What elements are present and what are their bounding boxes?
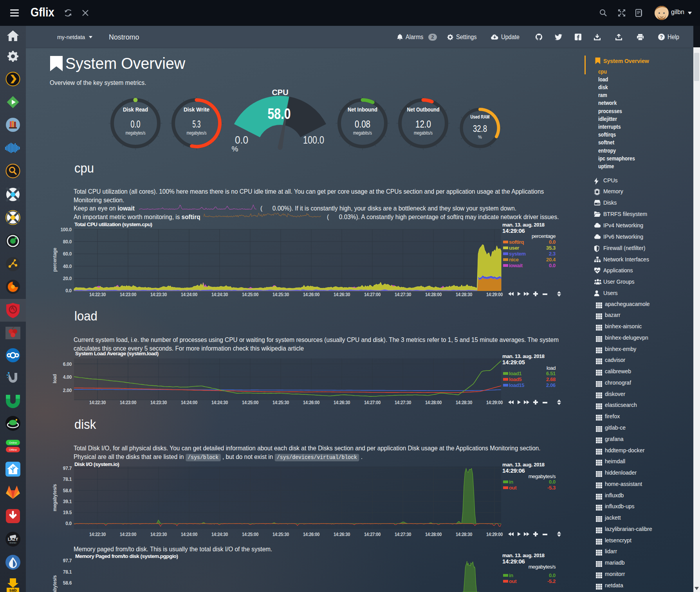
svg-text:softirq: softirq xyxy=(509,239,524,245)
svg-text:load15: load15 xyxy=(509,382,524,388)
svg-text:14:28:00: 14:28:00 xyxy=(425,400,442,405)
svg-text:14:26:30: 14:26:30 xyxy=(334,292,350,297)
svg-text:Disk Read: Disk Read xyxy=(123,106,148,113)
svg-text:megabytes/s: megabytes/s xyxy=(52,484,58,511)
svg-text:14:23:00: 14:23:00 xyxy=(120,532,137,537)
svg-text:megabytes/s: megabytes/s xyxy=(187,130,207,136)
svg-text:system: system xyxy=(509,251,526,257)
svg-text:load: load xyxy=(52,374,58,383)
svg-text:14:27:00: 14:27:00 xyxy=(364,292,381,297)
svg-text:14:23:30: 14:23:30 xyxy=(150,400,167,405)
svg-text:megabits/s: megabits/s xyxy=(353,130,372,136)
svg-text:14:25:30: 14:25:30 xyxy=(272,292,289,297)
svg-text:14:22:30: 14:22:30 xyxy=(89,400,106,405)
svg-text:39.1: 39.1 xyxy=(63,499,72,504)
svg-text:0.0: 0.0 xyxy=(65,288,72,293)
svg-text:97.7: 97.7 xyxy=(63,558,72,563)
svg-text:megabits/s: megabits/s xyxy=(414,130,433,136)
svg-text:14:29:00: 14:29:00 xyxy=(486,532,503,537)
svg-text:14:22:30: 14:22:30 xyxy=(89,532,106,537)
svg-text:2.06: 2.06 xyxy=(546,382,556,388)
svg-text:58.0: 58.0 xyxy=(268,106,291,122)
svg-text:megabytes/s: megabytes/s xyxy=(529,473,556,479)
svg-text:2.68: 2.68 xyxy=(546,376,556,382)
svg-text:14:25:00: 14:25:00 xyxy=(242,400,259,405)
svg-text:0.08: 0.08 xyxy=(355,118,370,130)
svg-text:14:25:30: 14:25:30 xyxy=(272,400,289,405)
svg-text:14:26:00: 14:26:00 xyxy=(303,292,320,297)
svg-text:20.4: 20.4 xyxy=(546,257,556,263)
svg-text:0.0: 0.0 xyxy=(65,521,72,526)
svg-text:Net Outbound: Net Outbound xyxy=(407,106,440,113)
svg-text:58.6: 58.6 xyxy=(63,580,72,586)
svg-text:14:27:00: 14:27:00 xyxy=(364,532,381,537)
svg-text:14:28:30: 14:28:30 xyxy=(456,532,473,537)
svg-text:2.3: 2.3 xyxy=(549,251,556,257)
svg-text:32.8: 32.8 xyxy=(473,124,487,134)
svg-text:14:24:00: 14:24:00 xyxy=(181,532,198,537)
svg-text:Total CPU utilization (system.: Total CPU utilization (system.cpu) xyxy=(74,221,152,227)
svg-text:load1: load1 xyxy=(509,371,521,376)
svg-text:14:29:00: 14:29:00 xyxy=(486,292,503,297)
svg-text:14:26:00: 14:26:00 xyxy=(303,400,320,405)
svg-text:Net Inbound: Net Inbound xyxy=(348,106,377,113)
svg-text:14:24:30: 14:24:30 xyxy=(211,292,228,297)
svg-text:40.0: 40.0 xyxy=(63,264,72,269)
svg-text:14:24:00: 14:24:00 xyxy=(181,400,198,405)
svg-text:Used RAM: Used RAM xyxy=(471,114,490,120)
svg-text:Online: Online xyxy=(9,441,17,444)
svg-text:user: user xyxy=(509,245,519,251)
svg-text:man. 13. aug. 2018: man. 13. aug. 2018 xyxy=(502,222,545,228)
svg-text:35.3: 35.3 xyxy=(546,245,556,251)
svg-text:0.0: 0.0 xyxy=(549,479,556,485)
svg-text:100.0: 100.0 xyxy=(303,134,324,146)
svg-text:load5: load5 xyxy=(509,376,521,382)
svg-text:14:29:06: 14:29:06 xyxy=(502,558,525,565)
svg-text:0.0: 0.0 xyxy=(549,572,556,578)
svg-text:load: load xyxy=(547,365,556,371)
svg-text:nice: nice xyxy=(509,257,519,263)
svg-text:14:22:30: 14:22:30 xyxy=(89,292,106,297)
svg-text:14:24:30: 14:24:30 xyxy=(211,400,228,405)
svg-text:man. 13. aug. 2018: man. 13. aug. 2018 xyxy=(502,462,545,468)
svg-text:Offline: Offline xyxy=(9,448,17,451)
svg-text:14:28:00: 14:28:00 xyxy=(425,532,442,537)
svg-text:14:28:30: 14:28:30 xyxy=(456,400,473,405)
svg-text:14:29:06: 14:29:06 xyxy=(502,467,525,474)
svg-text:14:29:05: 14:29:05 xyxy=(502,359,525,365)
svg-text:14:24:00: 14:24:00 xyxy=(181,292,198,297)
svg-text:14:26:30: 14:26:30 xyxy=(334,532,350,537)
svg-text:CPU: CPU xyxy=(272,88,288,97)
svg-text:14:27:30: 14:27:30 xyxy=(395,400,411,405)
svg-text:6.51: 6.51 xyxy=(546,371,556,376)
svg-text:4.00: 4.00 xyxy=(63,374,72,380)
svg-text:12.0: 12.0 xyxy=(415,118,431,130)
svg-text:Disk Write: Disk Write xyxy=(184,106,209,113)
svg-text:%: % xyxy=(478,135,482,139)
svg-text:97.7: 97.7 xyxy=(63,466,72,471)
svg-text:man. 13. aug. 2018: man. 13. aug. 2018 xyxy=(502,353,545,359)
svg-text:14:29:06: 14:29:06 xyxy=(502,227,525,234)
svg-text:iowait: iowait xyxy=(509,263,523,268)
svg-text:14:25:30: 14:25:30 xyxy=(272,532,289,537)
svg-text:man. 13. aug. 2018: man. 13. aug. 2018 xyxy=(502,552,545,558)
svg-text:14:23:00: 14:23:00 xyxy=(120,292,137,297)
svg-text:0.0: 0.0 xyxy=(235,134,248,146)
svg-text:14:23:00: 14:23:00 xyxy=(120,400,137,405)
svg-text:14:23:30: 14:23:30 xyxy=(150,292,167,297)
svg-text:out: out xyxy=(509,485,517,491)
svg-text:20.0: 20.0 xyxy=(63,276,72,281)
svg-text:14:28:30: 14:28:30 xyxy=(456,292,473,297)
svg-text:80.0: 80.0 xyxy=(63,239,72,245)
svg-text:5.3: 5.3 xyxy=(193,118,201,130)
svg-text:?: ? xyxy=(660,34,663,40)
svg-text:2.00: 2.00 xyxy=(63,388,72,393)
svg-text:60.0: 60.0 xyxy=(63,251,72,257)
svg-text:78.1: 78.1 xyxy=(63,477,72,482)
svg-text:0.0: 0.0 xyxy=(549,239,556,245)
svg-text:System Load Average (system.lo: System Load Average (system.load) xyxy=(75,351,159,356)
svg-text:out: out xyxy=(509,578,517,584)
svg-text:14:25:00: 14:25:00 xyxy=(242,532,259,537)
svg-text:19.5: 19.5 xyxy=(63,510,72,515)
svg-text:14:24:30: 14:24:30 xyxy=(211,532,228,537)
